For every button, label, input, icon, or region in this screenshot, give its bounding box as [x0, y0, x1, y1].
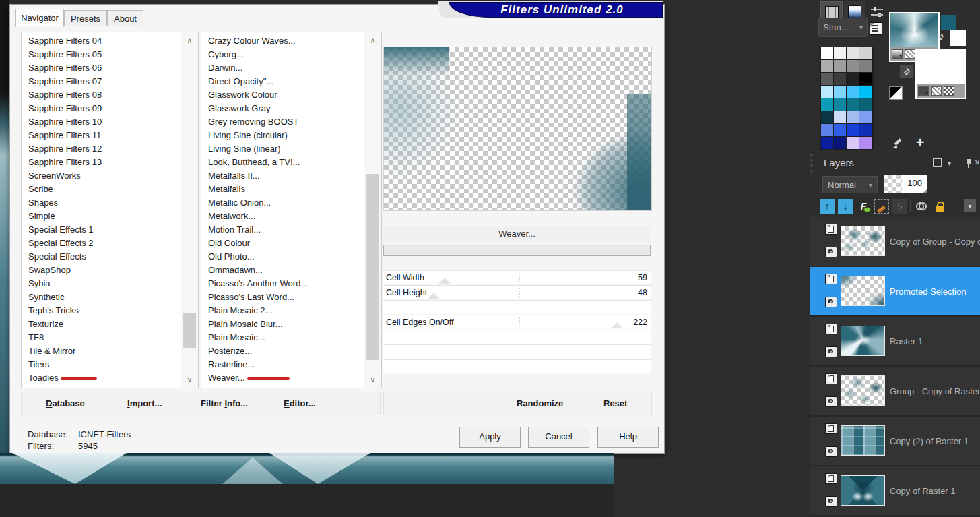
close-icon[interactable]: × — [975, 157, 980, 168]
color-swatch[interactable] — [821, 111, 833, 123]
filter-list-item[interactable]: Direct Opacity"... — [201, 75, 364, 88]
filter-list-item[interactable]: Posterize... — [201, 344, 364, 358]
category-list-item[interactable]: Tilers — [22, 358, 181, 371]
filter-list-item[interactable]: Ommadawn... — [201, 264, 364, 277]
filter-info-button[interactable]: Filter Info... — [201, 392, 248, 415]
color-swatch[interactable] — [834, 111, 846, 123]
category-list-item[interactable]: Sapphire Filters 08 — [22, 88, 181, 102]
layer-row[interactable]: Group - Copy of Raster 1 — [810, 367, 980, 417]
slider-cell-height[interactable]: Cell Height 48 — [383, 285, 651, 299]
color-swatch[interactable] — [834, 124, 846, 136]
transparent-toggle-button[interactable] — [944, 86, 954, 96]
sliders-mode-button[interactable] — [868, 3, 886, 22]
filter-list-item[interactable]: Glasswork Colour — [201, 88, 364, 102]
filter-list-item[interactable]: Picasso's Last Word... — [201, 291, 364, 304]
filter-list-item[interactable]: Rasterline... — [201, 358, 364, 371]
gradient-style-button[interactable]: ▾ — [892, 49, 903, 59]
scroll-up-icon[interactable]: ∧ — [364, 35, 381, 46]
filter-list-item[interactable]: Metalfalls II... — [201, 169, 364, 183]
color-swatch[interactable] — [847, 73, 859, 85]
color-swatch[interactable] — [834, 86, 846, 98]
filter-list-item[interactable]: Picasso's Another Word... — [201, 277, 364, 291]
visibility-eye-icon[interactable] — [825, 346, 837, 357]
category-list-item[interactable]: Sapphire Filters 13 — [22, 156, 181, 169]
layer-row[interactable]: Copy (2) of Raster 1 — [810, 417, 980, 466]
color-swatch[interactable] — [847, 60, 859, 72]
color-swatch[interactable] — [821, 60, 833, 72]
swap-materials-button[interactable]: ⇄ — [900, 65, 913, 78]
import-button[interactable]: Import... — [127, 392, 162, 415]
category-list-item[interactable]: Special Effects 2 — [22, 237, 181, 250]
category-list-item[interactable]: Sapphire Filters 10 — [22, 115, 181, 129]
category-list-item[interactable]: Simple — [22, 210, 181, 223]
texture-toggle-button[interactable] — [905, 49, 915, 59]
color-swatch[interactable] — [821, 73, 833, 85]
filter-list-item[interactable]: Metalfalls — [201, 183, 364, 196]
eyedropper-icon[interactable] — [892, 137, 904, 149]
black-white-reset-icon[interactable] — [889, 86, 903, 100]
category-list-item[interactable]: Sapphire Filters 07 — [22, 75, 181, 88]
tab-navigator[interactable]: Navigator — [15, 9, 64, 27]
filter-list-item[interactable]: Metalwork... — [201, 210, 364, 223]
color-swatch[interactable] — [847, 47, 859, 59]
filter-list-item[interactable]: Grey removing BOOST — [201, 115, 364, 129]
slider-cell-edges[interactable]: Cell Edges On/Off 222 — [383, 315, 651, 329]
filter-list-item[interactable]: Old Colour — [201, 237, 364, 250]
filter-scrollbar-thumb[interactable] — [366, 174, 379, 360]
color-swatch[interactable] — [821, 137, 833, 149]
slider-thumb[interactable] — [438, 278, 451, 284]
filter-list-item[interactable]: Crazy Colour Waves... — [201, 34, 364, 48]
filter-list-item[interactable]: What Are You? — [201, 385, 364, 388]
filter-list-item[interactable]: Living Sine (linear) — [201, 142, 364, 156]
color-swatch[interactable] — [847, 124, 859, 136]
filter-list-item[interactable]: Old Photo... — [201, 250, 364, 264]
category-list-item[interactable]: Special Effects — [22, 250, 181, 264]
filter-list-item[interactable]: Plain Mosaic 2... — [201, 304, 364, 317]
color-swatch[interactable] — [859, 111, 872, 123]
filter-list-item[interactable]: Glasswork Gray — [201, 102, 364, 115]
link-layers-button[interactable] — [914, 199, 929, 214]
blend-mode-dropdown[interactable]: Normal ▾ — [822, 176, 878, 193]
color-swatch[interactable] — [834, 73, 846, 85]
color-swatch[interactable] — [859, 86, 872, 98]
color-swatch[interactable] — [834, 47, 846, 59]
visibility-eye-icon[interactable] — [825, 396, 837, 407]
color-swatch[interactable] — [859, 73, 872, 85]
color-swatch[interactable] — [847, 86, 859, 98]
visibility-eye-icon[interactable] — [825, 496, 837, 507]
edit-selection-button[interactable] — [874, 199, 889, 214]
filter-scrollbar[interactable]: ∧ ∨ — [364, 32, 381, 388]
visibility-eye-icon[interactable] — [825, 446, 837, 457]
category-list-item[interactable]: Scribe — [22, 183, 181, 196]
filter-list-item[interactable]: Weaver... — [201, 371, 364, 385]
category-list-item[interactable]: Sapphire Filters 05 — [22, 48, 181, 61]
category-list-item[interactable]: ScreenWorks — [22, 169, 181, 183]
database-button[interactable]: Database — [46, 392, 85, 415]
filter-list-item[interactable]: Motion Trail... — [201, 223, 364, 237]
color-swatch[interactable] — [834, 60, 846, 72]
color-swatch[interactable] — [847, 111, 859, 123]
palette-menu-icon[interactable] — [870, 22, 882, 35]
category-list-item[interactable]: Special Effects 1 — [22, 223, 181, 237]
color-style-button[interactable]: ▾ — [918, 86, 929, 96]
filter-list-item[interactable]: Look, Butthead, a TV!... — [201, 156, 364, 169]
color-swatch[interactable] — [821, 124, 833, 136]
slider-thumb[interactable] — [428, 293, 440, 299]
category-list-item[interactable]: Sybia — [22, 277, 181, 291]
layer-row[interactable]: Copy of Raster 1 — [810, 466, 980, 516]
category-scrollbar[interactable]: ∧ ∨ — [181, 32, 198, 388]
color-swatch[interactable] — [821, 98, 833, 111]
scroll-down-icon[interactable]: ∨ — [181, 374, 198, 385]
category-list-item[interactable]: Shapes — [22, 196, 181, 210]
scroll-down-icon[interactable]: ∨ — [364, 374, 381, 385]
cancel-button[interactable]: Cancel — [528, 427, 589, 448]
slider-thumb[interactable] — [611, 322, 623, 328]
color-swatch[interactable] — [821, 47, 833, 59]
layer-row[interactable]: Raster 1 — [810, 317, 980, 367]
color-swatch[interactable] — [859, 98, 872, 111]
visibility-eye-icon[interactable] — [825, 247, 837, 257]
randomize-button[interactable]: Randomize — [517, 392, 563, 415]
palette-preset-dropdown[interactable]: Stan... ▾ — [818, 18, 868, 37]
category-list-item[interactable]: Sapphire Filters 11 — [22, 129, 181, 142]
foreground-color-swatch[interactable] — [941, 15, 956, 30]
